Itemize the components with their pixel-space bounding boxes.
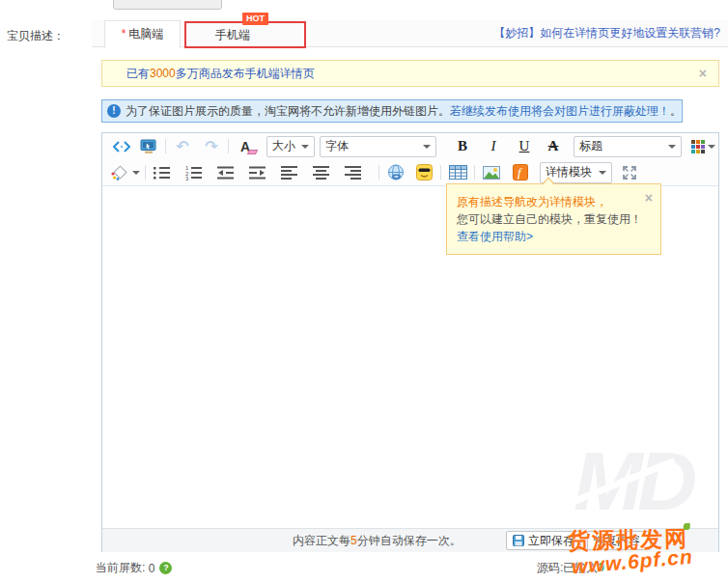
font-size-label: 大小 <box>272 138 295 154</box>
indent-icon[interactable] <box>246 162 269 183</box>
md-logo-watermark: MD <box>574 437 691 524</box>
numbered-list-icon[interactable]: 123 <box>182 162 206 183</box>
toolbar-divider <box>145 165 146 180</box>
md-logo-slash <box>539 458 676 518</box>
font-size-select[interactable]: 大小 <box>266 136 315 157</box>
mobile-detail-notice: 已有3000多万商品发布手机端详情页 × <box>101 60 719 87</box>
align-left-icon[interactable] <box>278 162 301 183</box>
image-policy-notice: ! 为了保证图片展示的质量，淘宝网将不允许新增使用外链图片。若继续发布使用将会对… <box>101 99 683 123</box>
notice-prefix: 已有 <box>126 67 150 80</box>
module-tip-tooltip: × 原有描述导航改为详情模块， 您可以建立自己的模块，重复使用！ 查看使用帮助> <box>446 183 661 255</box>
close-icon[interactable]: × <box>699 61 707 86</box>
info-icon: ! <box>107 104 121 118</box>
flash-icon[interactable]: f <box>509 162 532 183</box>
related-marketing-link[interactable]: 【妙招】如何在详情页更好地设置关联营销? <box>493 20 720 46</box>
tooltip-help-link[interactable]: 查看使用帮助> <box>457 228 651 245</box>
editor-toolbar: ↶ ↷ A 大小 字体 B I U A 标题 <box>102 133 718 186</box>
underline-button[interactable]: U <box>512 136 537 157</box>
font-family-select[interactable]: 字体 <box>320 136 436 157</box>
autosave-text: 内容正文每5分钟自动保存一次。 <box>293 529 462 552</box>
policy-tail: 。 <box>670 104 682 118</box>
restore-label: 恢复内容 <box>594 529 640 552</box>
source-code-icon[interactable] <box>110 136 133 157</box>
screen-count-status: 当前屏数: 0 ? <box>96 560 172 576</box>
required-mark: * <box>122 27 126 41</box>
toolbar-row-2: 123 <box>102 159 718 185</box>
save-now-button[interactable]: 立即保存 <box>506 531 581 550</box>
table-icon[interactable] <box>446 162 469 183</box>
fullscreen-icon[interactable] <box>618 162 641 183</box>
bullet-list-icon[interactable] <box>151 162 174 183</box>
page: 宝贝描述： 【妙招】如何在详情页更好地设置关联营销? *电脑端 手机端 HOT … <box>0 0 728 583</box>
toolbar-divider <box>165 139 166 153</box>
restore-content-button[interactable]: 恢复内容 <box>587 531 651 550</box>
background-color-bucket-icon[interactable] <box>110 162 140 183</box>
align-center-icon[interactable] <box>310 162 333 183</box>
notice-suffix: 多万商品发布手机端详情页 <box>176 67 315 80</box>
outdent-icon[interactable] <box>214 162 238 183</box>
tooltip-line1: 原有描述导航改为详情模块， <box>457 193 651 210</box>
toolbar-divider <box>440 165 441 180</box>
editor-save-bar: 内容正文每5分钟自动保存一次。 立即保存 恢复内容 <box>102 528 718 552</box>
align-right-icon[interactable] <box>342 162 365 183</box>
policy-text: 为了保证图片展示的质量，淘宝网将不允许新增使用外链图片。 <box>126 104 450 118</box>
tab-pc-label: 电脑端 <box>128 27 163 41</box>
source-char-status: 源码:已输入0 <box>537 560 604 576</box>
source-label: 源码:已输入 <box>537 561 598 574</box>
bold-button[interactable]: B <box>450 136 475 157</box>
strikethrough-button[interactable]: A <box>541 136 566 157</box>
toolbar-divider <box>474 165 475 180</box>
toolbar-divider <box>378 165 379 180</box>
help-icon[interactable]: ? <box>159 562 172 574</box>
italic-button[interactable]: I <box>481 136 506 157</box>
save-disk-icon <box>513 535 524 546</box>
autosave-number: 5 <box>350 534 357 547</box>
save-now-label: 立即保存 <box>528 529 574 552</box>
heading-select[interactable]: 标题 <box>574 136 682 157</box>
toolbar-divider <box>228 139 229 153</box>
tab-pc[interactable]: *电脑端 <box>104 20 181 48</box>
font-family-label: 字体 <box>325 138 349 154</box>
tab-mobile-label: 手机端 <box>215 28 250 42</box>
tooltip-close-icon[interactable]: × <box>645 189 653 207</box>
source-count-value: 0 <box>598 561 604 574</box>
toolbar-row-1: ↶ ↷ A 大小 字体 B I U A 标题 <box>102 133 718 159</box>
field-label: 宝贝描述： <box>7 28 65 44</box>
tab-mobile[interactable]: 手机端 <box>184 21 306 48</box>
tooltip-arrow-fill <box>543 179 554 185</box>
svg-text:3: 3 <box>185 176 189 180</box>
autosave-suffix: 分钟自动保存一次。 <box>357 534 462 547</box>
preview-monitor-icon[interactable] <box>137 136 160 157</box>
insert-image-icon[interactable] <box>480 162 503 183</box>
tooltip-line2: 您可以建立自己的模块，重复使用！ <box>457 210 651 228</box>
screen-count-value: 0 <box>149 562 155 575</box>
screen-count-label: 当前屏数: <box>96 560 145 576</box>
emoji-icon[interactable] <box>412 162 435 183</box>
remove-format-icon[interactable]: A <box>234 136 257 157</box>
link-globe-icon[interactable] <box>384 162 407 183</box>
undo-icon[interactable]: ↶ <box>171 136 194 157</box>
autosave-prefix: 内容正文每 <box>293 534 350 547</box>
hot-badge: HOT <box>242 13 268 25</box>
font-color-palette-icon[interactable] <box>691 136 715 157</box>
heading-label: 标题 <box>579 138 602 154</box>
redo-icon[interactable]: ↷ <box>200 136 223 157</box>
clipped-top-button[interactable] <box>113 0 222 10</box>
notice-count: 3000 <box>150 67 176 80</box>
policy-link[interactable]: 若继续发布使用将会对图片进行屏蔽处理！ <box>450 104 670 118</box>
